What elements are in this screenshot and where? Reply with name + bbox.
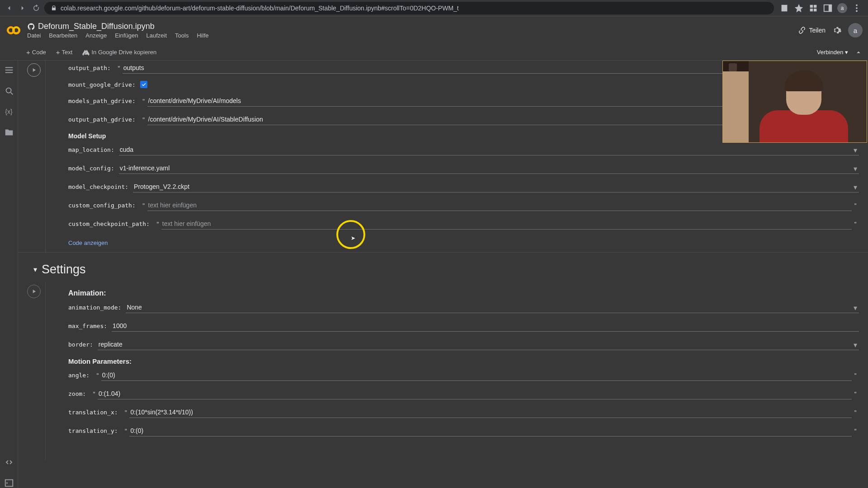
svg-point-4 [856,10,858,12]
translation-x-label: translation_x: [68,409,118,416]
menu-anzeige[interactable]: Anzeige [85,32,107,39]
colab-logo[interactable] [5,22,22,38]
run-cell-button[interactable] [27,63,41,77]
mount-gdrive-label: mount_google_drive: [68,81,136,88]
browser-right-icons: a [777,3,864,13]
code-anzeigen-link[interactable]: Code anzeigen [68,239,108,246]
back-button[interactable] [4,3,14,14]
lock-icon [51,5,57,11]
url-text: colab.research.google.com/github/deforum… [61,5,459,12]
terminal-icon[interactable] [4,478,14,488]
svg-point-2 [856,4,858,6]
files-icon[interactable] [4,127,14,137]
forward-button[interactable] [17,3,28,14]
max-frames-label: max_frames: [68,323,107,329]
code-snippets-icon[interactable] [4,457,14,467]
map-location-select[interactable] [119,144,859,155]
run-cell-button-2[interactable] [27,285,41,298]
output-path-label: output_path: [68,65,111,71]
avatar[interactable]: a [848,23,863,38]
webcam-overlay [722,61,867,143]
model-config-label: model_config: [68,165,114,172]
copy-to-drive-button[interactable]: In Google Drive kopieren [80,47,159,58]
svg-point-3 [856,7,858,9]
address-bar[interactable]: colab.research.google.com/github/deforum… [44,2,774,14]
star-icon[interactable] [794,3,804,13]
cell-settings: Animation: animation_mode: max_frames: b… [18,282,868,460]
browser-bar: colab.research.google.com/github/deforum… [0,0,868,16]
svg-rect-9 [5,480,13,487]
menu-bearbeiten[interactable]: Bearbeiten [49,32,77,39]
github-icon [27,23,35,31]
add-text-button[interactable]: +Text [53,47,75,58]
settings-title: Settings [42,263,86,277]
motion-parameters-heading: Motion Parameters: [68,357,859,365]
drive-icon [82,49,90,56]
add-code-button[interactable]: +Code [24,47,49,58]
animation-heading: Animation: [68,289,859,297]
extensions-icon[interactable] [808,3,818,13]
animation-mode-select[interactable] [126,302,859,313]
menu-dots-icon[interactable] [852,3,862,13]
verbinden-button[interactable]: Verbinden ▾ [813,47,852,57]
menu-datei[interactable]: Datei [27,32,41,39]
menu-einfuegen[interactable]: Einfügen [115,32,138,39]
vars-icon[interactable]: {x} [4,107,14,117]
translation-y-input[interactable] [129,425,852,436]
gear-icon[interactable] [832,25,842,35]
chevron-up-icon[interactable] [854,48,863,56]
model-config-select[interactable] [119,163,859,174]
collapse-triangle-icon[interactable]: ▾ [33,265,37,274]
output-path-gdrive-label: output_path_gdrive: [68,116,136,123]
colab-header: Deforum_Stable_Diffusion.ipynb Datei Bea… [0,16,868,44]
translation-x-input[interactable] [129,407,852,418]
border-label: border: [68,341,93,348]
link-icon [798,26,806,34]
chevron-down-icon: ▾ [845,49,848,56]
models-path-gdrive-label: models_path_gdrive: [68,98,136,104]
search-icon[interactable] [4,86,14,96]
max-frames-input[interactable] [112,320,859,332]
border-select[interactable] [98,339,859,350]
panel-icon[interactable] [823,3,833,13]
translation-y-label: translation_y: [68,427,118,434]
menu-bar: Datei Bearbeiten Anzeige Einfügen Laufze… [27,32,208,39]
svg-point-8 [6,88,11,93]
menu-tools[interactable]: Tools [175,32,189,39]
install-icon[interactable] [779,3,789,13]
zoom-input[interactable] [98,388,852,399]
model-checkpoint-select[interactable] [133,181,859,192]
toc-icon[interactable] [4,65,14,75]
model-checkpoint-label: model_checkpoint: [68,183,128,190]
notebook-content[interactable]: output_path: "" mount_google_drive: mode… [18,61,868,488]
custom-config-path-label: custom_config_path: [68,202,136,209]
custom-checkpoint-path-input[interactable] [161,218,852,230]
animation-mode-label: animation_mode: [68,304,121,311]
zoom-label: zoom: [68,390,86,397]
doc-title[interactable]: Deforum_Stable_Diffusion.ipynb [38,22,155,31]
toolbar: +Code +Text In Google Drive kopieren Ver… [0,44,868,61]
custom-checkpoint-path-label: custom_checkpoint_path: [68,221,150,227]
sidebar: {x} [0,61,18,488]
menu-laufzeit[interactable]: Laufzeit [146,32,167,39]
angle-input[interactable] [101,370,852,381]
share-label: Teilen [809,27,826,34]
cursor-icon: ➤ [351,235,355,241]
menu-hilfe[interactable]: Hilfe [197,32,208,39]
custom-config-path-input[interactable] [147,200,852,211]
svg-rect-1 [829,5,831,11]
map-location-label: map_location: [68,146,114,153]
reload-button[interactable] [31,3,42,14]
settings-heading-row: ▾ Settings [18,253,868,282]
share-button[interactable]: Teilen [798,26,826,34]
angle-label: angle: [68,372,90,379]
mount-gdrive-checkbox[interactable] [140,81,147,88]
profile-icon[interactable]: a [837,3,847,13]
